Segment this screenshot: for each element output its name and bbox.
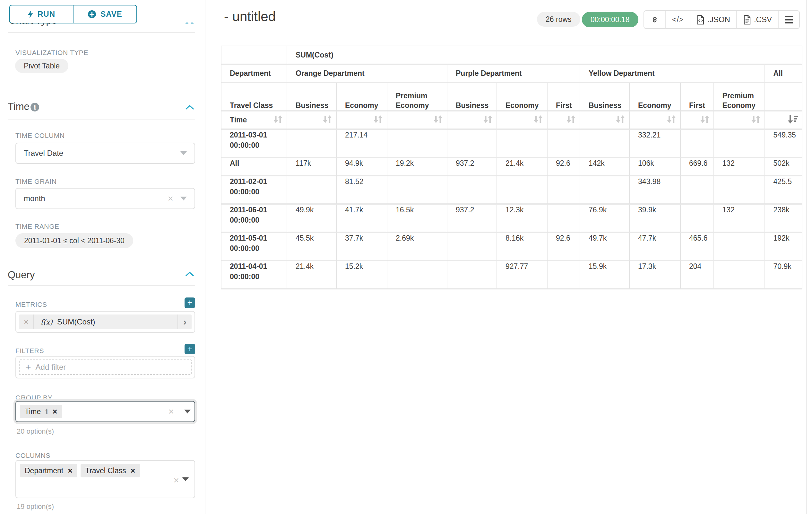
- share-link-button[interactable]: [644, 11, 665, 28]
- travel-class-header: Business: [447, 83, 497, 111]
- chart-title[interactable]: - untitled: [224, 9, 276, 24]
- chevron-down-icon[interactable]: [180, 197, 187, 200]
- plus-icon: +: [25, 362, 31, 373]
- sort-header[interactable]: [287, 111, 337, 130]
- chevron-down-icon[interactable]: [184, 410, 191, 413]
- value-cell: 15.9k: [580, 261, 630, 290]
- travel-class-header: Economy: [497, 83, 548, 111]
- columns-select[interactable]: Department×Travel Class× ×: [16, 460, 195, 498]
- value-cell: [548, 177, 580, 205]
- row-header-cell: 2011-04-01 00:00:00: [222, 261, 287, 290]
- columns-label: COLUMNS: [16, 452, 50, 459]
- sort-header[interactable]: [630, 111, 681, 130]
- clear-icon[interactable]: ×: [168, 194, 173, 204]
- value-cell: [287, 177, 337, 205]
- export-csv-button[interactable]: .CSV: [736, 11, 778, 28]
- sort-icon[interactable]: [533, 115, 543, 126]
- export-json-button[interactable]: .JSON: [690, 11, 736, 28]
- run-button[interactable]: RUN: [10, 5, 73, 23]
- row-dimension-label: Time: [230, 116, 247, 124]
- time-range-label: TIME RANGE: [16, 223, 59, 230]
- clear-icon[interactable]: ×: [168, 407, 174, 416]
- export-csv-label: .CSV: [754, 15, 772, 24]
- sort-icon[interactable]: [566, 115, 576, 126]
- value-cell: 94.9k: [337, 158, 387, 177]
- sort-icon[interactable]: [751, 115, 761, 126]
- query-duration-badge: 00:00:00.18: [582, 12, 638, 27]
- chevron-right-icon[interactable]: ›: [178, 317, 192, 327]
- value-cell: 106k: [630, 158, 681, 177]
- sort-header-total[interactable]: [765, 111, 802, 130]
- pivot-table: SUM(Cost)DepartmentOrange DepartmentPurp…: [221, 46, 802, 290]
- metric-chip[interactable]: × f(x) SUM(Cost) ›: [19, 315, 192, 329]
- add-filter-dropzone[interactable]: + Add filter: [19, 359, 192, 375]
- sort-header[interactable]: [337, 111, 387, 130]
- sort-icon[interactable]: [373, 115, 383, 126]
- info-icon[interactable]: i: [45, 407, 48, 416]
- save-button[interactable]: SAVE: [73, 5, 137, 23]
- dimension-tag[interactable]: Timei×: [20, 405, 62, 418]
- panel-resize-handle[interactable]: [191, 23, 194, 24]
- dimension-tag[interactable]: Department×: [20, 464, 77, 477]
- sort-icon[interactable]: [667, 115, 676, 126]
- remove-tag-icon[interactable]: ×: [68, 467, 72, 475]
- time-grain-select[interactable]: month ×: [16, 188, 195, 209]
- sort-header[interactable]: [447, 111, 497, 130]
- value-cell: [447, 177, 497, 205]
- sort-icon[interactable]: [323, 115, 332, 126]
- run-button-label: RUN: [37, 10, 55, 19]
- clear-icon[interactable]: ×: [173, 476, 179, 485]
- value-cell: 92.6: [548, 233, 580, 261]
- group-by-select[interactable]: Timei× ×: [16, 401, 195, 422]
- explore-view: Chart Type RUN SAVE VISUALIZATION TYPE: [0, 0, 812, 514]
- total-value-cell: 192k: [765, 233, 802, 261]
- sort-icon[interactable]: [433, 115, 443, 126]
- sort-header[interactable]: [497, 111, 548, 130]
- remove-tag-icon[interactable]: ×: [53, 408, 57, 416]
- main-scrollbar[interactable]: [806, 0, 807, 514]
- more-options-button[interactable]: [778, 11, 799, 28]
- value-cell: 142k: [580, 158, 630, 177]
- value-cell: [387, 261, 447, 290]
- collapse-time-icon[interactable]: [185, 105, 194, 110]
- filters-box: + Add filter: [16, 356, 195, 378]
- add-filter-button[interactable]: +: [184, 344, 195, 354]
- info-icon[interactable]: i: [30, 103, 39, 111]
- dimension-tag[interactable]: Travel Class×: [81, 464, 140, 477]
- travel-class-header: Premium Economy: [714, 83, 765, 111]
- section-divider: [8, 119, 195, 119]
- chevron-down-icon[interactable]: [180, 151, 187, 155]
- sort-icon[interactable]: [700, 115, 709, 126]
- view-query-button[interactable]: </>: [665, 11, 690, 28]
- sort-header[interactable]: [681, 111, 714, 130]
- time-column-select[interactable]: Travel Date: [16, 143, 195, 164]
- sort-icon[interactable]: [616, 115, 625, 126]
- remove-metric-icon[interactable]: ×: [19, 317, 33, 327]
- value-cell: [714, 130, 765, 158]
- time-range-chip[interactable]: 2011-01-01 ≤ col < 2011-06-30: [16, 233, 133, 248]
- value-cell: [580, 177, 630, 205]
- value-cell: 343.98: [630, 177, 681, 205]
- time-section-title: Time: [8, 101, 30, 112]
- row-header-cell: 2011-05-01 00:00:00: [222, 233, 287, 261]
- remove-tag-icon[interactable]: ×: [130, 467, 136, 475]
- sort-header[interactable]: [714, 111, 765, 130]
- chevron-down-icon[interactable]: [182, 477, 189, 481]
- visualization-type-chip[interactable]: Pivot Table: [15, 59, 68, 73]
- value-cell: 39.9k: [630, 205, 681, 233]
- sort-header[interactable]: [387, 111, 447, 130]
- lightning-icon: [28, 10, 33, 19]
- sort-header[interactable]: [580, 111, 630, 130]
- group-by-options-hint: 20 option(s): [17, 427, 54, 436]
- sort-icon[interactable]: [483, 115, 493, 126]
- sort-header[interactable]: [548, 111, 580, 130]
- sort-header-time[interactable]: Time: [222, 111, 287, 130]
- row-header-cell: 2011-06-01 00:00:00: [222, 205, 287, 233]
- collapse-query-icon[interactable]: [185, 271, 194, 277]
- panel-resize-handle[interactable]: [185, 23, 188, 24]
- value-cell: 21.4k: [287, 261, 337, 290]
- sort-icon[interactable]: [273, 115, 283, 126]
- value-cell: 47.7k: [630, 233, 681, 261]
- add-metric-button[interactable]: +: [184, 297, 195, 308]
- sort-desc-icon[interactable]: [788, 115, 798, 126]
